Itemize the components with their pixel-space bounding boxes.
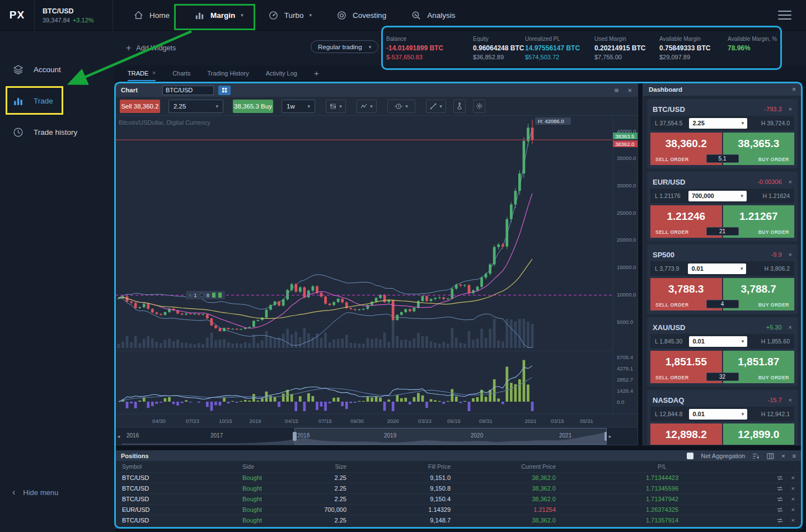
card-symbol: NASDAQ <box>653 396 684 404</box>
close-position-icon[interactable]: × <box>791 506 795 513</box>
sell-button[interactable]: Sell 38,360.2 <box>120 100 160 113</box>
time-settings-select[interactable]: ▾ <box>387 100 415 113</box>
scrub-right-arrow[interactable]: ▸ <box>607 427 613 445</box>
card-qty-select[interactable]: 700,000▾ <box>688 191 747 201</box>
chart-layout-button[interactable] <box>218 86 231 95</box>
position-row[interactable]: EUR/USD Bought 700,000 1.14329 1.21254 1… <box>115 504 802 515</box>
columns-icon[interactable] <box>767 453 774 460</box>
add-tab-button[interactable]: + <box>314 68 319 78</box>
close-icon[interactable]: × <box>789 251 792 258</box>
alert-line-badge[interactable]: ‹ 1 8 <box>186 291 225 299</box>
scrub-handle-left[interactable] <box>293 432 297 441</box>
scrub-selection[interactable] <box>294 428 607 445</box>
lab-button[interactable] <box>453 100 466 113</box>
card-symbol: XAU/USD <box>653 323 686 332</box>
chevron-down-icon: ▾ <box>241 12 243 18</box>
sidebar-item-trade-history[interactable]: Trade history <box>0 120 115 144</box>
logo[interactable]: PX <box>0 0 35 31</box>
close-position-icon[interactable]: × <box>791 496 795 502</box>
svg-text:5705.4: 5705.4 <box>617 354 633 360</box>
nav-margin[interactable]: Margin ▾ <box>182 0 256 31</box>
sort-icon[interactable] <box>752 453 760 460</box>
card-qty-select[interactable]: 0.01▾ <box>689 409 747 420</box>
close-icon[interactable]: × <box>789 324 792 331</box>
svg-text:25000.0: 25000.0 <box>617 210 636 216</box>
panel-close-icon[interactable]: × <box>627 86 632 95</box>
spread-badge: 5.1 <box>706 154 739 163</box>
card-low: L 1,845.30 <box>655 338 682 345</box>
position-row[interactable]: BTC/USD Bought 2.25 9,148.7 38,362.0 1.7… <box>115 515 802 525</box>
tab-trade[interactable]: TRADE × <box>128 65 156 81</box>
settings-button[interactable] <box>473 100 485 113</box>
card-symbol: EUR/USD <box>653 178 686 186</box>
stat-used-margin: Used Margin 0.20214915 BTC $7,755.00 <box>594 36 659 60</box>
position-row[interactable]: BTC/USD Bought 2.25 9,150.8 38,362.0 1.7… <box>115 483 802 493</box>
panel-menu-icon[interactable]: ≡ <box>615 86 619 95</box>
spread-badge: 21 <box>706 227 739 236</box>
card-qty-select[interactable]: 0.01▾ <box>688 263 746 274</box>
reverse-icon[interactable] <box>776 485 784 492</box>
nav-home[interactable]: Home <box>121 0 182 31</box>
reverse-icon[interactable] <box>776 496 784 503</box>
scrub-track[interactable]: 201620172018201920202021 <box>122 427 607 445</box>
close-position-icon[interactable]: × <box>791 517 795 524</box>
sliders-icon <box>330 103 336 110</box>
card-qty-select[interactable]: 2.25▾ <box>689 118 747 129</box>
topbar-ticker[interactable]: BTC/USD 39,347.84+3.12% <box>35 0 113 31</box>
close-icon[interactable]: × <box>789 397 792 403</box>
buy-order-tile[interactable]: 12,899.0 BUY ORDER <box>723 423 795 445</box>
nav-turbo[interactable]: Turbo ▾ <box>256 0 324 31</box>
chevron-left-icon: ‹ <box>189 292 191 298</box>
svg-text:38363.5: 38363.5 <box>615 133 634 139</box>
chevron-down-icon: ▾ <box>215 103 218 109</box>
tab-charts[interactable]: Charts <box>172 65 190 81</box>
svg-text:2019: 2019 <box>249 418 261 424</box>
timeframe-select[interactable]: 1w ▾ <box>282 100 315 113</box>
quantity-select[interactable]: 2.25 ▾ <box>168 100 223 113</box>
close-position-icon[interactable]: × <box>791 485 795 492</box>
position-row[interactable]: BTC/USD Bought 2.25 9,151.0 38,362.0 1.7… <box>115 472 802 483</box>
dot-icon <box>200 293 204 297</box>
position-row[interactable]: BTC/USD Bought 2.25 9,150.4 38,362.0 1.7… <box>115 493 802 504</box>
net-aggregation-checkbox[interactable] <box>687 453 693 459</box>
tab-trading-history[interactable]: Trading History <box>208 65 249 81</box>
nav-analysis[interactable]: Analysis <box>399 0 467 31</box>
tab-activity-log[interactable]: Activity Log <box>266 65 297 81</box>
nav-covesting[interactable]: Covesting <box>324 0 399 31</box>
sell-order-tile[interactable]: 12,898.2 SELL ORDER <box>650 423 722 445</box>
panel-close-icon[interactable]: × <box>792 86 796 93</box>
sidebar-item-account[interactable]: Account <box>0 57 115 82</box>
scrub-left-arrow[interactable]: ◂ <box>115 427 122 445</box>
grid-icon <box>222 87 227 93</box>
menu-icon[interactable]: ≡ <box>793 453 796 459</box>
buy-button[interactable]: 38,365.3 Buy <box>233 100 273 113</box>
positions-header: Positions Net Aggregation × ≡ <box>115 451 802 461</box>
sidebar-item-trade[interactable]: Trade <box>0 88 115 113</box>
close-icon[interactable]: × <box>789 178 792 185</box>
card-high: H 1.21624 <box>763 192 790 199</box>
chart-style-select[interactable]: ▾ <box>326 100 346 113</box>
clock-icon <box>395 103 402 110</box>
menu-icon[interactable] <box>778 11 791 20</box>
workspace: Chart ≡ × Sell 38,360.2 2.25 ▾ <box>115 81 806 532</box>
dashboard-panel: Dashboard × BTC/USD -793.3 × L 37,554.5 … <box>643 83 802 445</box>
trading-mode-select[interactable]: Regular trading ▾ <box>311 40 378 53</box>
drawing-tool-select[interactable]: ▾ <box>426 100 446 113</box>
add-widgets-button[interactable]: + Add Widgets <box>126 43 176 53</box>
reverse-icon[interactable] <box>776 474 784 482</box>
svg-text:H: 42086.0: H: 42086.0 <box>538 118 564 124</box>
reverse-icon[interactable] <box>776 517 784 524</box>
reverse-icon[interactable] <box>776 506 784 514</box>
price-chart[interactable]: 40000.035000.030000.025000.020000.015000… <box>115 116 638 427</box>
hide-menu-button[interactable]: ‹ Hide menu <box>12 487 58 497</box>
close-icon[interactable]: × <box>789 106 792 112</box>
svg-text:10/15: 10/15 <box>219 418 232 424</box>
close-position-icon[interactable]: × <box>791 474 795 481</box>
close-icon[interactable]: × <box>152 70 156 76</box>
workspace-tabs: TRADE × Charts Trading History Activity … <box>115 65 806 81</box>
indicators-select[interactable]: ▾ <box>357 100 377 113</box>
close-icon[interactable]: × <box>781 453 785 459</box>
scrub-year-label: 2016 <box>126 432 139 439</box>
chart-symbol-input[interactable] <box>162 86 214 95</box>
card-qty-select[interactable]: 0.01▾ <box>689 336 747 347</box>
